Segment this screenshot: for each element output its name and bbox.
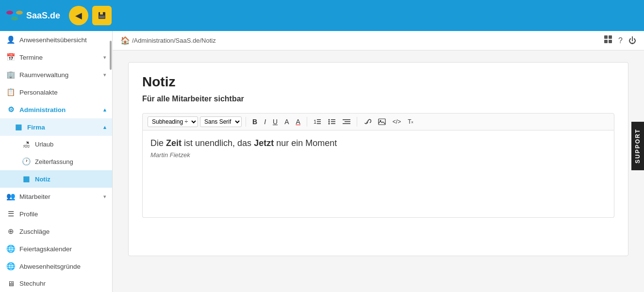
code-button[interactable]: </>: [390, 117, 403, 127]
page-content: Notiz Für alle Mitarbeiter sichtbar Subh…: [113, 50, 644, 292]
sidebar-item-abwesenheitsgruende[interactable]: 🌐 Abwesenheitsgründe: [0, 258, 112, 275]
sidebar-item-notiz[interactable]: ▦ Notiz: [0, 170, 112, 188]
termine-chevron-icon: ▾: [103, 54, 106, 61]
personalakte-icon: 📋: [6, 88, 16, 97]
logo-icon: [6, 9, 23, 22]
text-pre: Die: [150, 138, 166, 148]
text-bold2: Jetzt: [254, 138, 274, 148]
page-card: Notiz Für alle Mitarbeiter sichtbar Subh…: [128, 62, 628, 256]
svg-rect-5: [100, 12, 103, 15]
sidebar-item-anwesenheit[interactable]: 👤 Anwesenheitsübersicht: [0, 31, 112, 49]
sidebar-label-firma: Firma: [27, 124, 45, 131]
sidebar-item-urlaub[interactable]: 🏖 Urlaub: [0, 136, 112, 153]
bullet-list-button[interactable]: [326, 116, 338, 127]
svg-point-17: [328, 123, 330, 125]
abwesenheitsgruende-icon: 🌐: [6, 262, 16, 271]
support-tab[interactable]: SUPPORT: [631, 122, 644, 170]
sidebar-label-zeiterfassung: Zeiterfassung: [35, 158, 73, 165]
svg-point-2: [16, 11, 23, 15]
sidebar-label-administration: Administration: [19, 106, 66, 114]
page-subtitle: Für alle Mitarbeiter sichtbar: [142, 95, 614, 103]
sidebar-item-mitarbeiter[interactable]: 👥 Mitarbeiter ▾: [0, 188, 112, 205]
raumverwaltung-chevron-icon: ▾: [103, 72, 106, 78]
font-color-button[interactable]: A: [282, 116, 291, 127]
sidebar-item-administration[interactable]: ⚙ Administration ▴: [0, 101, 112, 118]
page-title: Notiz: [142, 74, 614, 90]
ordered-list-button[interactable]: 1.: [311, 116, 324, 127]
divider3: [357, 117, 357, 127]
sidebar-label-stechuhr: Stechuhr: [19, 280, 46, 287]
svg-rect-13: [317, 121, 321, 122]
power-icon[interactable]: ⏻: [628, 36, 636, 45]
divider2: [307, 117, 307, 127]
sidebar-item-zeiterfassung[interactable]: 🕐 Zeiterfassung: [0, 153, 112, 170]
editor-body[interactable]: Die Zeit ist unendlich, das Jetzt nur ei…: [142, 130, 614, 218]
svg-rect-18: [331, 119, 335, 120]
help-icon[interactable]: ?: [618, 36, 623, 45]
grid-icon[interactable]: [604, 35, 612, 46]
sidebar-label-profile: Profile: [19, 211, 38, 218]
zeiterfassung-icon: 🕐: [21, 157, 31, 166]
sidebar-item-feiertagskalender[interactable]: 🌐 Feiertagskalender: [0, 240, 112, 258]
sidebar-item-firma[interactable]: ▦ Firma ▴: [0, 118, 112, 136]
editor-line2: Martin Fietzek: [150, 151, 606, 159]
text-post: nur ein Moment: [274, 138, 337, 148]
sidebar: 👤 Anwesenheitsübersicht 📅 Termine ▾ 🏢 Ra…: [0, 31, 113, 292]
sidebar-item-personalakte[interactable]: 📋 Personalakte: [0, 83, 112, 101]
font-select[interactable]: Sans Serif: [200, 116, 242, 127]
ordered-list-icon: 1.: [314, 118, 321, 126]
sidebar-item-stechuhr[interactable]: 🖥 Stechuhr: [0, 275, 112, 292]
back-button[interactable]: ◀: [69, 6, 88, 25]
breadcrumb-path: /Administration/SaaS.de/Notiz: [132, 37, 216, 44]
svg-point-16: [328, 121, 330, 123]
svg-rect-8: [609, 35, 612, 39]
highlight-button[interactable]: A: [293, 116, 302, 127]
administration-icon: ⚙: [6, 105, 16, 114]
clear-format-button[interactable]: Tx: [405, 117, 415, 127]
sidebar-label-notiz: Notiz: [35, 176, 50, 183]
feiertagskalender-icon: 🌐: [6, 244, 16, 253]
svg-point-15: [328, 119, 330, 121]
mitarbeiter-icon: 👥: [6, 192, 16, 201]
raumverwaltung-icon: 🏢: [6, 70, 16, 79]
bold-button[interactable]: B: [250, 116, 260, 127]
text-bold1: Zeit: [166, 138, 182, 148]
svg-rect-9: [604, 40, 608, 43]
text-mid: ist unendlich, das: [182, 138, 254, 148]
indent-button[interactable]: [340, 116, 353, 127]
link-icon: [363, 118, 371, 126]
bullet-list-icon: [328, 118, 336, 126]
italic-button[interactable]: I: [262, 116, 268, 127]
font-color-icon: A: [284, 118, 289, 126]
sidebar-item-termine[interactable]: 📅 Termine ▾: [0, 49, 112, 66]
sidebar-item-raumverwaltung[interactable]: 🏢 Raumverwaltung ▾: [0, 66, 112, 83]
administration-chevron-icon: ▴: [103, 107, 106, 113]
svg-rect-6: [99, 16, 105, 18]
svg-point-3: [11, 16, 18, 20]
notiz-icon: ▦: [21, 175, 31, 183]
svg-rect-19: [331, 121, 335, 122]
sidebar-item-zuschlaege[interactable]: ⊕ Zuschläge: [0, 223, 112, 240]
sidebar-item-profile[interactable]: ☰ Profile: [0, 205, 112, 223]
profile-icon: ☰: [6, 210, 16, 218]
zuschlaege-icon: ⊕: [6, 227, 16, 236]
stechuhr-icon: 🖥: [6, 279, 16, 288]
link-button[interactable]: [361, 116, 374, 127]
topbar: SaaS.de ◀: [0, 0, 644, 31]
svg-point-0: [6, 11, 13, 15]
sidebar-label-raumverwaltung: Raumverwaltung: [19, 71, 68, 79]
svg-rect-21: [343, 119, 350, 120]
save-icon: [98, 11, 106, 20]
logo: SaaS.de: [6, 9, 60, 22]
indent-icon: [343, 118, 350, 126]
firma-icon: ▦: [14, 123, 23, 131]
save-button[interactable]: [92, 6, 112, 25]
underline-button[interactable]: U: [270, 116, 280, 127]
image-button[interactable]: [376, 116, 388, 127]
style-select[interactable]: Subheading ÷: [148, 116, 198, 127]
termine-icon: 📅: [6, 53, 16, 62]
urlaub-icon: 🏖: [21, 140, 31, 148]
sidebar-label-zuschlaege: Zuschläge: [19, 228, 50, 235]
breadcrumb-icons: ? ⏻: [604, 35, 636, 46]
editor-toolbar: Subheading ÷ Sans Serif B I U A A: [142, 113, 614, 130]
